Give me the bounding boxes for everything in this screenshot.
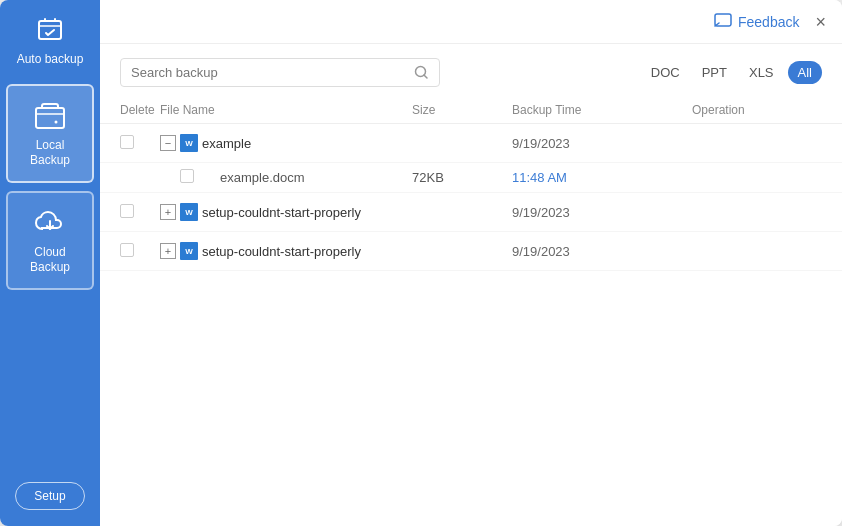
collapse-icon[interactable]: − xyxy=(160,135,176,151)
auto-backup-icon xyxy=(34,14,66,46)
row-file-info: + W setup-couldnt-start-properly xyxy=(160,242,412,260)
filter-all[interactable]: All xyxy=(788,61,822,84)
feedback-button[interactable]: Feedback xyxy=(714,13,799,31)
row-file-info: + W setup-couldnt-start-properly xyxy=(160,203,412,221)
sidebar-item-cloud-backup[interactable]: Cloud Backup xyxy=(6,191,94,290)
search-input[interactable] xyxy=(131,65,406,80)
doc-file-icon: W xyxy=(180,242,198,260)
table-body: − W example 9/19/2023 example.docm 72KB … xyxy=(100,124,842,526)
sidebar-item-auto-backup[interactable]: Auto backup xyxy=(0,0,100,80)
search-icon xyxy=(414,65,429,80)
sidebar-item-auto-backup-label: Auto backup xyxy=(17,52,84,66)
filter-buttons: DOC PPT XLS All xyxy=(643,61,822,84)
backup-time: 11:48 AM xyxy=(512,170,692,185)
expand-icon[interactable]: + xyxy=(160,243,176,259)
sub-file-name: example.docm xyxy=(220,170,305,185)
sidebar-item-local-backup-label: Local Backup xyxy=(16,138,84,167)
col-backup-time: Backup Time xyxy=(512,103,692,117)
filter-xls[interactable]: XLS xyxy=(741,61,782,84)
svg-rect-0 xyxy=(39,21,61,39)
file-size: 72KB xyxy=(412,170,512,185)
svg-point-2 xyxy=(55,121,58,124)
feedback-icon xyxy=(714,13,732,31)
table-row: example.docm 72KB 11:48 AM xyxy=(100,163,842,193)
feedback-label: Feedback xyxy=(738,14,799,30)
app-container: Auto backup Local Backup xyxy=(0,0,842,526)
row-file-info: example.docm xyxy=(220,170,412,185)
row-checkbox[interactable] xyxy=(180,169,220,186)
col-filename: File Name xyxy=(160,103,412,117)
main-content: Feedback × DOC PPT XLS All Delete xyxy=(100,0,842,526)
row-checkbox[interactable] xyxy=(120,204,160,221)
table-row: + W setup-couldnt-start-properly 9/19/20… xyxy=(100,232,842,271)
expand-icon[interactable]: + xyxy=(160,204,176,220)
row-file-info: − W example xyxy=(160,134,412,152)
file-name: example xyxy=(202,136,251,151)
sidebar-item-cloud-backup-label: Cloud Backup xyxy=(16,245,84,274)
row-checkbox[interactable] xyxy=(120,135,160,152)
backup-date: 9/19/2023 xyxy=(512,205,692,220)
sidebar: Auto backup Local Backup xyxy=(0,0,100,526)
table-row: − W example 9/19/2023 xyxy=(100,124,842,163)
setup-button[interactable]: Setup xyxy=(15,482,84,510)
col-size: Size xyxy=(412,103,512,117)
filter-ppt[interactable]: PPT xyxy=(694,61,735,84)
file-name: setup-couldnt-start-properly xyxy=(202,244,361,259)
doc-file-icon: W xyxy=(180,203,198,221)
search-box xyxy=(120,58,440,87)
doc-file-icon: W xyxy=(180,134,198,152)
col-operation: Operation xyxy=(692,103,822,117)
backup-date: 9/19/2023 xyxy=(512,136,692,151)
col-delete: Delete xyxy=(120,103,160,117)
local-backup-icon xyxy=(34,100,66,132)
header: Feedback × xyxy=(100,0,842,44)
backup-date: 9/19/2023 xyxy=(512,244,692,259)
toolbar: DOC PPT XLS All xyxy=(100,44,842,97)
row-checkbox[interactable] xyxy=(120,243,160,260)
svg-rect-1 xyxy=(36,108,64,128)
cloud-backup-icon xyxy=(34,207,66,239)
file-name: setup-couldnt-start-properly xyxy=(202,205,361,220)
table-row: + W setup-couldnt-start-properly 9/19/20… xyxy=(100,193,842,232)
filter-doc[interactable]: DOC xyxy=(643,61,688,84)
close-button[interactable]: × xyxy=(815,13,826,31)
sidebar-bottom: Setup xyxy=(0,482,100,510)
sidebar-item-local-backup[interactable]: Local Backup xyxy=(6,84,94,183)
table-header: Delete File Name Size Backup Time Operat… xyxy=(100,97,842,124)
